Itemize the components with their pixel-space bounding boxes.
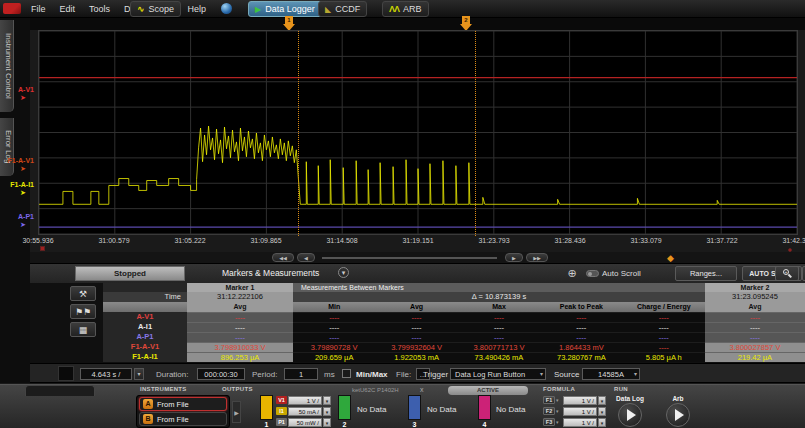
sidebar-tab-error-log[interactable]: Error Log: [0, 118, 14, 176]
menu-help[interactable]: Help: [181, 2, 214, 16]
channel-marker-arrow-icon[interactable]: ➤: [20, 94, 26, 102]
grid-view-button[interactable]: ▦: [70, 322, 96, 337]
f1-scale-dropdown[interactable]: 1 V /: [563, 396, 597, 405]
marker-1-line[interactable]: [298, 31, 299, 236]
auto-scroll-label: Auto Scroll: [602, 269, 641, 278]
corner-tab[interactable]: [25, 385, 95, 396]
table-row[interactable]: F1-A-I1 896.253 µA 209.659 µA 1.922053 m…: [103, 352, 805, 362]
marker-2-line[interactable]: [475, 31, 476, 236]
menu-file[interactable]: File: [24, 2, 53, 16]
f1-badge[interactable]: F1: [543, 396, 555, 404]
col-header-peak-to-peak[interactable]: Peak to Peak: [540, 302, 622, 312]
trigger-dropdown[interactable]: Data Log Run Button ▾: [450, 368, 546, 380]
voltage-scale-dropdown[interactable]: 1 V /: [288, 396, 322, 405]
sidebar-tab-instrument-control[interactable]: Instrument Control: [0, 20, 14, 112]
channel-marker-arrow-icon[interactable]: ➤: [20, 221, 26, 229]
menu-tools[interactable]: Tools: [82, 2, 117, 16]
instrument-b-button[interactable]: B From File: [139, 412, 227, 426]
tab-arb[interactable]: ΛΛ ARB: [382, 1, 429, 17]
period-field[interactable]: 1: [284, 368, 318, 380]
table-row[interactable]: A-I1 ---- ---- ---- ---- ---- ---- ----: [103, 322, 805, 332]
col-header-charge-energy[interactable]: Charge / Energy: [623, 302, 705, 312]
tab-ccdf[interactable]: ◣ CCDF: [318, 1, 367, 17]
scroll-track[interactable]: ◆: [322, 257, 497, 259]
table-row[interactable]: F1-A-V1 3.798910033 V 3.79890728 V 3.799…: [103, 342, 805, 352]
chevron-down-icon[interactable]: ▾: [323, 407, 331, 416]
scroll-fastforward-button[interactable]: ▶▶: [526, 253, 548, 262]
arb-play-button[interactable]: [666, 403, 690, 427]
marker-2-number: 2: [462, 16, 470, 24]
chevron-down-icon[interactable]: ▾: [598, 418, 606, 427]
chevron-down-icon[interactable]: ▾: [556, 408, 562, 414]
marker-2-handle[interactable]: 2: [460, 18, 472, 30]
marker2-header[interactable]: Marker 2: [705, 283, 805, 292]
waveform-plot[interactable]: [38, 30, 798, 235]
channel-4-color-bar[interactable]: [478, 395, 491, 420]
scroll-back-button[interactable]: ◀: [297, 253, 315, 262]
marker1-header[interactable]: Marker 1: [187, 283, 293, 292]
row-name: A-V1: [103, 312, 187, 322]
channel-3-color-bar[interactable]: [408, 395, 421, 420]
data-log-label: Data Log: [610, 395, 650, 402]
tab-ccdf-label: CCDF: [335, 4, 360, 14]
f3-badge[interactable]: F3: [543, 418, 555, 426]
chevron-down-icon[interactable]: ▾: [556, 397, 562, 403]
auto-scroll-toggle[interactable]: [586, 270, 599, 277]
col-header-avg[interactable]: Avg: [375, 302, 457, 312]
scroll-forward-button[interactable]: ▶: [505, 253, 523, 262]
data-log-play-button[interactable]: [618, 403, 642, 427]
instrument-a-button[interactable]: A From File: [139, 397, 227, 411]
acquisition-status-button[interactable]: Stopped: [75, 266, 185, 281]
f2-scale-dropdown[interactable]: 1 V /: [563, 407, 597, 416]
marker-1-handle[interactable]: 1: [283, 18, 295, 30]
scroll-thumb[interactable]: ◆: [667, 256, 674, 260]
chevron-down-icon[interactable]: ▾: [338, 267, 349, 278]
formula-row-f3: F3 ▾ 1 V / ▾: [543, 417, 613, 427]
f2-badge[interactable]: F2: [543, 407, 555, 415]
tab-data-logger-label: Data Logger: [265, 4, 315, 14]
current-scale-dropdown[interactable]: 50 mA /: [288, 407, 322, 416]
chevron-down-icon[interactable]: ▾: [598, 407, 606, 416]
time-window-dropdown-icon[interactable]: ▾: [134, 368, 144, 380]
minmax-checkbox[interactable]: [342, 369, 351, 378]
col-header-max[interactable]: Max: [458, 302, 540, 312]
f3-scale-dropdown[interactable]: 1 V /: [563, 418, 597, 427]
channel-label-a-p1[interactable]: A-P1: [2, 213, 34, 220]
channel-1-color-bar[interactable]: [260, 395, 273, 420]
file-tab-label[interactable]: ketU62C P1402H: [352, 387, 399, 393]
instruments-expander-button[interactable]: ▶: [232, 401, 241, 423]
chevron-down-icon[interactable]: ▾: [323, 396, 331, 405]
charge-energy-value: 5.805 µA h: [623, 352, 705, 362]
run-data-log: Data Log: [610, 395, 650, 427]
scroll-rewind-button[interactable]: ◀◀: [272, 253, 294, 262]
channel-marker-arrow-icon[interactable]: ➤: [20, 189, 26, 197]
channel-label-f1-a-v1[interactable]: F1-A-V1: [2, 157, 34, 164]
chevron-down-icon[interactable]: ▾: [598, 396, 606, 405]
pan-crosshair-icon[interactable]: ⊕: [563, 266, 581, 281]
markers-flags-button[interactable]: ⚑⚑: [70, 304, 96, 319]
channel-label-f1-a-i1[interactable]: F1-A-I1: [2, 181, 34, 188]
col-header-min[interactable]: Min: [293, 302, 375, 312]
duration-field[interactable]: 000:00:30: [197, 368, 245, 380]
tab-data-logger[interactable]: ▶ Data Logger: [248, 1, 322, 17]
current-control-row: I1 50 mA / ▾: [276, 406, 332, 416]
source-dropdown[interactable]: 14585A ▾: [582, 368, 640, 380]
table-row[interactable]: A-P1 ---- ---- ---- ---- ---- ---- ----: [103, 332, 805, 342]
info-icon[interactable]: [221, 3, 232, 14]
active-tab-pill[interactable]: ACTIVE: [448, 386, 528, 395]
channel-2-color-bar[interactable]: [338, 395, 351, 420]
zoom-in-button[interactable]: +: [775, 266, 799, 281]
time-window-value[interactable]: 4.643 s /: [80, 368, 132, 380]
menu-edit[interactable]: Edit: [53, 2, 83, 16]
channel-marker-arrow-icon[interactable]: ➤: [20, 165, 26, 173]
tools-wrench-button[interactable]: ⚒: [70, 286, 96, 301]
channel-label-a-v1[interactable]: A-V1: [2, 86, 34, 93]
chevron-down-icon[interactable]: ▾: [556, 419, 562, 425]
measurements-table: Marker 1 Measurements Between Markers Ma…: [103, 283, 805, 362]
close-icon[interactable]: x: [420, 386, 424, 393]
power-scale-dropdown[interactable]: 50 mW /: [288, 418, 322, 427]
ranges-button[interactable]: Ranges...: [675, 266, 737, 281]
table-row[interactable]: A-V1 ---- ---- ---- ---- ---- ---- ----: [103, 312, 805, 322]
tab-scope[interactable]: ∿ Scope: [130, 1, 181, 17]
chevron-down-icon[interactable]: ▾: [323, 418, 331, 427]
